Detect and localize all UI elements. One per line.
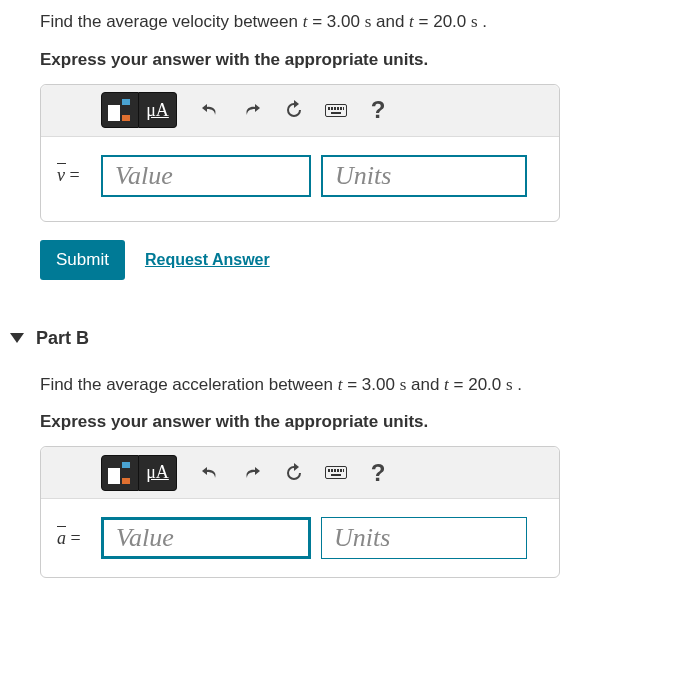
mua-icon: μA [146, 462, 169, 483]
redo-button[interactable] [231, 92, 273, 128]
text: = 3.00 [307, 12, 364, 31]
text: and [406, 375, 444, 394]
part-b-prompt: Find the average acceleration between t … [0, 363, 674, 401]
redo-icon [242, 101, 262, 119]
units-input[interactable]: Units [321, 517, 527, 559]
submit-row: Submit Request Answer [0, 240, 674, 280]
text: . [513, 375, 522, 394]
text: = 20.0 [414, 12, 471, 31]
reset-icon [284, 463, 304, 483]
undo-button[interactable] [189, 455, 231, 491]
variable-label: a = [51, 528, 101, 549]
input-row: a = Value Units [41, 499, 559, 577]
variable-label: v = [51, 165, 101, 186]
part-b-instruction: Express your answer with the appropriate… [0, 400, 674, 438]
submit-button[interactable]: Submit [40, 240, 125, 280]
part-a-instruction: Express your answer with the appropriate… [0, 38, 674, 76]
format-buttons: μA [101, 455, 177, 491]
var-a: a [57, 528, 66, 548]
template-button[interactable] [101, 455, 139, 491]
template-icon [108, 462, 132, 484]
collapse-toggle-icon[interactable] [10, 333, 24, 343]
var-v: v [57, 165, 65, 185]
toolbar: μA ? [41, 447, 559, 499]
format-buttons: μA [101, 92, 177, 128]
reset-icon [284, 100, 304, 120]
mua-icon: μA [146, 100, 169, 121]
undo-button[interactable] [189, 92, 231, 128]
value-input[interactable]: Value [101, 155, 311, 197]
text: = 3.00 [342, 375, 399, 394]
undo-icon [200, 464, 220, 482]
keyboard-button[interactable] [315, 92, 357, 128]
text: Find the average acceleration between [40, 375, 338, 394]
part-a-answer-box: μA ? v = Value Units [40, 84, 560, 222]
part-b-header: Part B [0, 280, 674, 363]
part-b-title: Part B [36, 328, 89, 349]
special-char-button[interactable]: μA [139, 92, 177, 128]
undo-icon [200, 101, 220, 119]
request-answer-link[interactable]: Request Answer [145, 251, 270, 269]
text: = 20.0 [449, 375, 506, 394]
redo-icon [242, 464, 262, 482]
equals: = [66, 528, 81, 548]
redo-button[interactable] [231, 455, 273, 491]
unit-s: s [471, 12, 478, 31]
reset-button[interactable] [273, 92, 315, 128]
help-button[interactable]: ? [357, 92, 399, 128]
reset-button[interactable] [273, 455, 315, 491]
part-a-prompt: Find the average velocity between t = 3.… [0, 0, 674, 38]
template-button[interactable] [101, 92, 139, 128]
equals: = [65, 165, 80, 185]
template-icon [108, 99, 132, 121]
unit-s: s [506, 375, 513, 394]
help-button[interactable]: ? [357, 455, 399, 491]
keyboard-button[interactable] [315, 455, 357, 491]
value-input[interactable]: Value [101, 517, 311, 559]
keyboard-icon [325, 466, 347, 479]
part-b-answer-box: μA ? a = Value Units [40, 446, 560, 578]
units-input[interactable]: Units [321, 155, 527, 197]
text: Find the average velocity between [40, 12, 303, 31]
toolbar: μA ? [41, 85, 559, 137]
text: and [371, 12, 409, 31]
input-row: v = Value Units [41, 137, 559, 221]
special-char-button[interactable]: μA [139, 455, 177, 491]
text: . [478, 12, 487, 31]
keyboard-icon [325, 104, 347, 117]
